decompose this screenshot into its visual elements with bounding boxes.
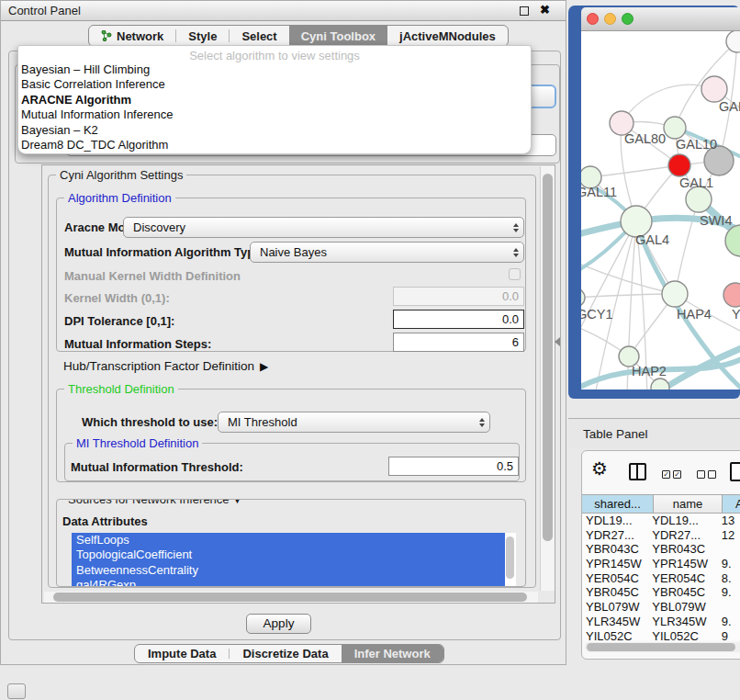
mi-algorithm-type-combo[interactable]: Naive Bayes [250,242,524,263]
network-node[interactable] [723,283,740,307]
scrollbar-thumb[interactable] [506,536,514,579]
network-window-titlebar[interactable] [581,7,740,31]
mi-steps-field[interactable]: 6 [393,333,524,352]
expanded-arrow-icon[interactable]: ▼ [233,499,242,505]
close-traffic-light-icon[interactable] [587,13,599,25]
manual-kernel-checkbox[interactable] [509,268,521,280]
aracne-mode-combo[interactable]: Discovery [123,217,524,238]
algorithm-dropdown-list: Bayesian – Hill ClimbingBasic Correlatio… [20,62,529,152]
scrollbar-thumb[interactable] [543,174,553,541]
table-row[interactable]: YLR345WYLR345W9. [582,615,740,629]
attr-items: SelfLoopsTopologicalCoefficientBetweenne… [72,533,516,587]
checked-pair-icon[interactable]: ✓✓ [662,470,681,479]
network-node[interactable] [686,186,712,212]
minimize-traffic-light-icon[interactable] [604,13,616,25]
float-icon[interactable] [520,6,529,16]
network-edge[interactable] [622,85,714,123]
table-cell: 9. [712,615,740,629]
attribute-item-betweennesscentrality[interactable]: BetweennessCentrality [72,563,505,578]
tab-infer-network[interactable]: Infer Network [342,645,443,662]
attribute-item-gal4rgexp[interactable]: gal4RGexp [72,578,505,587]
hub-definition-toggle[interactable]: Hub/Transcription Factor Definition▶ [63,359,268,373]
panel-splitter-handle[interactable] [555,337,560,346]
tab-style[interactable]: Style [176,26,229,46]
tab-select[interactable]: Select [230,26,288,46]
algorithm-option-bayesian-k2[interactable]: Bayesian – K2 [20,123,529,138]
column-header-shared[interactable]: shared... [582,494,654,514]
column-header-a[interactable]: A [723,494,740,514]
mi-threshold-field[interactable]: 0.5 [388,457,519,476]
settings-horizontal-scrollbar[interactable] [44,592,538,603]
table-row[interactable]: YDL19...YDL19...13 [582,514,740,528]
table-horizontal-scrollbar[interactable] [585,642,740,652]
tab-network[interactable]: Network [89,26,175,46]
which-threshold-combo[interactable]: MI Threshold [218,412,490,433]
network-node[interactable] [581,288,585,307]
tab-discretize-data[interactable]: Discretize Data [230,645,341,662]
hub-definition-label: Hub/Transcription Factor Definition [63,359,254,373]
tab-jactivemnodules[interactable]: jActiveMNodules [387,26,508,46]
table-cell: YPR145W [648,557,712,571]
table-cell: 9. [712,557,740,571]
table-row[interactable]: YBL079WYBL079W [582,600,740,615]
column-header-name[interactable]: name [654,494,723,514]
tab-impute-data[interactable]: Impute Data [135,645,229,662]
data-attributes-label: Data Attributes [62,514,148,528]
tab-label: jActiveMNodules [399,29,496,43]
table-cell: 9. [712,585,740,600]
scrollbar-thumb[interactable] [53,593,527,602]
algorithm-option-bayesian-hill-climbing[interactable]: Bayesian – Hill Climbing [20,62,529,77]
algorithm-option-basic-correlation-inference[interactable]: Basic Correlation Inference [20,77,529,92]
split-columns-icon[interactable] [629,463,646,480]
attribute-item-topologicalcoefficient[interactable]: TopologicalCoefficient [72,548,505,562]
table-cell: 12 [712,528,740,543]
network-node[interactable] [668,154,690,176]
gear-icon[interactable]: ⚙ [591,457,608,480]
table-cell: YDR27... [648,528,712,543]
table-cell: YPR145W [582,557,648,571]
table-row[interactable]: YDR27...YDR27...12 [582,528,740,543]
collapsed-arrow-icon[interactable]: ▶ [260,360,268,373]
group-title: Algorithm Definition [64,191,175,205]
table-row[interactable]: YBR043CYBR043C [582,542,740,557]
node-label-gal11: GAL11 [581,185,617,199]
control-panel-tabs: NetworkStyleSelectCyni ToolboxjActiveMNo… [88,25,509,47]
network-canvas[interactable]: GALGAL80GAL10GAL1GAL11SWI4GAL4GCY1HAP4YH… [581,31,740,390]
table-row[interactable]: YER054CYER054C8. [582,571,740,586]
apply-button[interactable]: Apply [246,614,311,634]
table-row[interactable]: YPR145WYPR145W9. [582,557,740,571]
network-edge[interactable] [590,165,679,177]
tab-label: Cyni Toolbox [301,29,376,43]
tab-cyni-toolbox[interactable]: Cyni Toolbox [289,26,387,46]
close-icon[interactable]: ✖ [540,3,550,17]
list-scrollbar[interactable] [505,535,515,587]
table-cell: YER054C [582,571,648,586]
algorithm-definition-group: Algorithm Definition Aracne Mode: Discov… [56,198,526,352]
table-row[interactable]: YBR045CYBR045C9. [582,585,740,600]
attribute-item-selfloops[interactable]: SelfLoops [72,533,505,548]
which-threshold-label: Which threshold to use: [82,415,218,429]
document-icon[interactable] [730,462,740,481]
zoom-traffic-light-icon[interactable] [622,13,633,25]
network-edge[interactable] [581,294,675,298]
node-label-hap2: HAP2 [632,364,667,378]
control-panel-window: Control Panel ✖ NetworkStyleSelectCyni T… [0,0,566,665]
dpi-tolerance-field[interactable]: 0.0 [393,310,524,329]
network-node[interactable] [662,281,688,307]
unchecked-pair-icon[interactable] [697,470,716,479]
table-panel-titlebar[interactable]: Table Panel [568,418,740,448]
network-node[interactable] [664,117,686,139]
algorithm-option-aracne-algorithm[interactable]: ARACNE Algorithm [20,93,529,107]
scrollbar-thumb[interactable] [587,643,735,651]
control-panel-titlebar[interactable]: Control Panel ✖ [1,1,566,21]
settings-vertical-scrollbar[interactable] [540,166,555,591]
algorithm-option-dream8-dc-tdc-algorithm[interactable]: Dream8 DC_TDC Algorithm [20,138,529,152]
network-edge[interactable] [675,199,699,294]
minimized-panel-icon[interactable] [7,683,26,699]
table-row[interactable]: YIL052CYIL052C9 [582,629,740,641]
network-node[interactable] [701,76,727,102]
table-cell: YDL19... [648,514,712,528]
network-graph[interactable]: GALGAL80GAL10GAL1GAL11SWI4GAL4GCY1HAP4YH… [581,31,740,390]
node-label-swi4: SWI4 [700,213,732,228]
algorithm-option-mutual-information-inference[interactable]: Mutual Information Inference [20,107,529,122]
